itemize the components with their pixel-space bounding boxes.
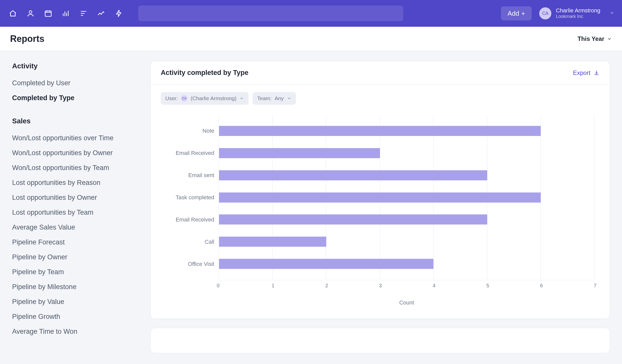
main: Activity completed by Type Export User: … bbox=[146, 51, 622, 363]
user-menu[interactable]: CA Charlie Armstrong Lookmark Inc bbox=[539, 7, 614, 19]
chart-x-tick: 0 bbox=[217, 283, 220, 289]
time-filter[interactable]: This Year bbox=[578, 35, 612, 42]
user-text: Charlie Armstrong Lookmark Inc bbox=[556, 7, 600, 19]
list-icon[interactable] bbox=[79, 9, 88, 18]
chart-y-label: Email Received bbox=[161, 209, 214, 231]
avatar-initials: CA bbox=[542, 11, 548, 16]
home-icon[interactable] bbox=[9, 9, 17, 18]
user-name: Charlie Armstrong bbox=[556, 7, 600, 14]
sidebar-item[interactable]: Won/Lost opportunities by Team bbox=[12, 160, 138, 175]
chart-bar bbox=[219, 170, 487, 180]
page-header: Reports This Year bbox=[0, 27, 622, 51]
chart-y-label: Office Visit bbox=[161, 253, 214, 275]
export-label: Export bbox=[573, 69, 590, 76]
sidebar-item[interactable]: Completed by Type bbox=[12, 91, 138, 105]
chart-y-labels: NoteEmail ReceivedEmail sentTask complet… bbox=[161, 115, 219, 280]
chevron-down-icon bbox=[239, 96, 244, 101]
sidebar-item[interactable]: Lost opportunities by Team bbox=[12, 205, 138, 220]
chevron-down-icon bbox=[287, 96, 291, 101]
time-filter-label: This Year bbox=[578, 35, 604, 42]
chart-y-label: Email Received bbox=[161, 142, 214, 164]
calendar-icon[interactable] bbox=[44, 9, 52, 18]
search-input[interactable] bbox=[138, 6, 403, 21]
chevron-down-icon bbox=[607, 36, 612, 41]
chart-bar bbox=[219, 148, 380, 158]
sidebar-item[interactable]: Average Time to Won bbox=[12, 324, 138, 339]
sidebar-item[interactable]: Pipeline by Value bbox=[12, 294, 138, 309]
sidebar-item[interactable]: Pipeline by Owner bbox=[12, 250, 138, 265]
team-filter-label: Team: bbox=[257, 95, 272, 101]
sidebar-item[interactable]: Lost opportunities by Owner bbox=[12, 190, 138, 205]
person-icon[interactable] bbox=[26, 9, 35, 18]
mini-avatar: CA bbox=[181, 95, 187, 102]
chart-bar-row bbox=[219, 142, 594, 164]
page-title: Reports bbox=[10, 34, 44, 44]
next-card-placeholder bbox=[150, 328, 610, 353]
chart-y-label: Task completed bbox=[161, 186, 214, 209]
user-filter-label: User: bbox=[165, 95, 178, 101]
user-filter[interactable]: User: CA (Charlie Armstrong) bbox=[161, 92, 249, 105]
layout: ActivityCompleted by UserCompleted by Ty… bbox=[0, 51, 622, 363]
sidebar-section-title: Sales bbox=[12, 117, 138, 125]
chart-y-label: Email sent bbox=[161, 164, 214, 186]
chart-y-label: Note bbox=[161, 120, 214, 142]
sidebar-section-title: Activity bbox=[12, 62, 138, 70]
chart-bar-row bbox=[219, 120, 594, 142]
chart: NoteEmail ReceivedEmail sentTask complet… bbox=[151, 107, 610, 319]
sidebar-item[interactable]: Completed by User bbox=[12, 76, 138, 91]
search-input-wrap bbox=[138, 6, 403, 21]
plus-icon: + bbox=[521, 10, 525, 17]
chart-x-axis: 01234567 bbox=[219, 283, 594, 289]
sidebar-item[interactable]: Pipeline Forecast bbox=[12, 235, 138, 250]
sidebar: ActivityCompleted by UserCompleted by Ty… bbox=[0, 51, 146, 349]
nav-icons bbox=[9, 9, 123, 18]
topbar: Add + CA Charlie Armstrong Lookmark Inc bbox=[0, 0, 622, 27]
chart-bar-row bbox=[219, 164, 594, 186]
report-card: Activity completed by Type Export User: … bbox=[150, 61, 610, 319]
trend-icon[interactable] bbox=[97, 9, 105, 18]
sidebar-item[interactable]: Pipeline by Milestone bbox=[12, 279, 138, 294]
export-button[interactable]: Export bbox=[573, 69, 600, 76]
sidebar-item[interactable]: Won/Lost opportunities by Owner bbox=[12, 146, 138, 160]
chart-plot-area bbox=[219, 115, 594, 280]
card-title: Activity completed by Type bbox=[161, 69, 249, 77]
chart-x-title: Count bbox=[219, 299, 594, 306]
avatar: CA bbox=[539, 7, 551, 19]
chevron-down-icon bbox=[609, 10, 614, 16]
sidebar-item[interactable]: Lost opportunities by Reason bbox=[12, 175, 138, 190]
chart-bar-row bbox=[219, 253, 594, 275]
chart-bar bbox=[219, 192, 541, 203]
sidebar-item[interactable]: Won/Lost opportunities over Time bbox=[12, 131, 138, 146]
chart-bar-row bbox=[219, 208, 594, 231]
team-filter[interactable]: Team: Any bbox=[253, 92, 296, 105]
bars-icon[interactable] bbox=[62, 9, 70, 18]
add-button-label: Add bbox=[507, 10, 519, 17]
svg-rect-1 bbox=[45, 11, 51, 16]
chart-bar bbox=[219, 126, 541, 136]
filters: User: CA (Charlie Armstrong) Team: Any bbox=[151, 85, 610, 107]
chart-bar-row bbox=[219, 231, 594, 253]
sidebar-item[interactable]: Pipeline Growth bbox=[12, 309, 138, 324]
mini-avatar-initials: CA bbox=[182, 97, 186, 100]
team-filter-value: Any bbox=[275, 95, 284, 101]
chart-bars bbox=[219, 115, 594, 280]
card-head: Activity completed by Type Export bbox=[151, 61, 610, 85]
add-button[interactable]: Add + bbox=[501, 6, 531, 20]
chart-x-tick: 7 bbox=[594, 283, 597, 289]
svg-point-0 bbox=[29, 11, 32, 13]
chart-bar bbox=[219, 237, 326, 247]
chart-y-label: Call bbox=[161, 231, 214, 253]
sidebar-item[interactable]: Pipeline by Team bbox=[12, 265, 138, 279]
chart-bar bbox=[219, 214, 487, 225]
chart-bar-row bbox=[219, 186, 594, 209]
user-filter-value: (Charlie Armstrong) bbox=[191, 95, 236, 101]
download-icon bbox=[593, 70, 600, 76]
user-org: Lookmark Inc bbox=[556, 14, 600, 19]
bolt-icon[interactable] bbox=[115, 9, 123, 18]
chart-bar bbox=[219, 259, 434, 269]
sidebar-item[interactable]: Average Sales Value bbox=[12, 220, 138, 235]
